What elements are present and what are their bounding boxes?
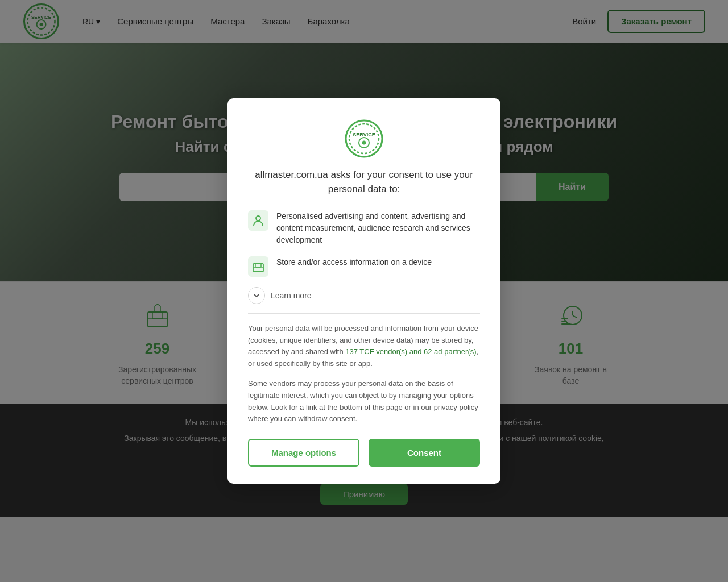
learn-more-toggle[interactable]: [248, 287, 265, 304]
consent-button[interactable]: Consent: [369, 439, 480, 467]
svg-rect-20: [253, 264, 263, 272]
modal-title: allmaster.com.ua asks for your consent t…: [248, 168, 480, 197]
consent-modal: SERVICE allmaster.com.ua asks for your c…: [228, 98, 500, 484]
learn-more-row: Learn more: [248, 287, 480, 304]
consent-text-personalised: Personalised advertising and content, ad…: [276, 210, 480, 246]
vendors-link[interactable]: 137 TCF vendor(s) and 62 ad partner(s): [345, 347, 476, 356]
modal-overlay: SERVICE allmaster.com.ua asks for your c…: [0, 0, 728, 517]
consent-item-store: Store and/or access information on a dev…: [248, 256, 480, 277]
svg-point-19: [256, 216, 260, 221]
chevron-down-icon: [253, 292, 260, 299]
consent-text-store: Store and/or access information on a dev…: [276, 256, 432, 268]
consent-item-personalised: Personalised advertising and content, ad…: [248, 210, 480, 246]
modal-divider: [248, 313, 480, 314]
modal-actions: Manage options Consent: [248, 439, 480, 467]
svg-point-14: [346, 120, 382, 157]
modal-body-text-1: Your personal data will be processed and…: [248, 323, 480, 370]
svg-text:SERVICE: SERVICE: [353, 132, 375, 138]
svg-point-18: [362, 140, 366, 144]
modal-logo: SERVICE: [248, 119, 480, 159]
personalised-icon: [248, 210, 268, 231]
store-icon: [248, 256, 268, 277]
manage-options-button[interactable]: Manage options: [248, 439, 359, 467]
modal-body-text-2: Some vendors may process your personal d…: [248, 378, 480, 425]
learn-more-label: Learn more: [271, 291, 312, 300]
